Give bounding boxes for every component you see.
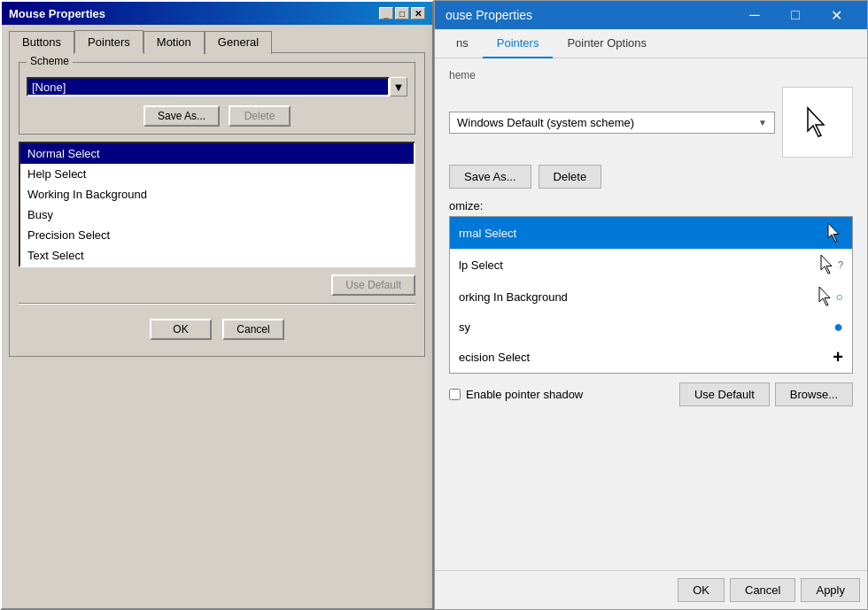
list-item[interactable]: Normal Select <box>20 143 414 164</box>
classic-pointer-list: Normal Select Help Select Working In Bac… <box>19 142 415 267</box>
scheme-delete-button[interactable]: Delete <box>229 105 291 127</box>
classic-dialog-content: Buttons Pointers Motion General Scheme [… <box>2 25 432 364</box>
enable-shadow-checkbox[interactable] <box>449 389 461 400</box>
separator <box>19 303 415 305</box>
list-item[interactable]: Working In Background <box>20 184 414 205</box>
modern-ok-button[interactable]: OK <box>678 578 725 602</box>
enable-shadow-row: Enable pointer shadow Use Default Browse… <box>449 382 853 406</box>
cursor-preview-image <box>804 106 831 138</box>
apply-button[interactable]: Apply <box>801 578 860 602</box>
modern-minimize-button[interactable]: ─ <box>734 1 775 29</box>
classic-tabs: Buttons Pointers Motion General <box>9 30 425 53</box>
modern-tab-panel: heme Windows Default (system scheme) ▼ S… <box>435 58 867 421</box>
cursor-preview <box>782 87 853 158</box>
modern-close-button[interactable]: ✕ <box>816 1 856 29</box>
modern-save-as-button[interactable]: Save As... <box>449 165 531 189</box>
modern-use-default-button[interactable]: Use Default <box>679 382 770 406</box>
working-cursor-wrapper: ○ <box>817 286 843 307</box>
cursor-icon-normal <box>825 222 843 243</box>
modern-mouse-properties-dialog: ouse Properties ─ □ ✕ ns Pointers Pointe… <box>434 0 868 610</box>
customize-label: omize: <box>449 199 853 212</box>
modern-list-item[interactable]: orking In Background ○ <box>450 281 852 313</box>
tab-pointers[interactable]: Pointers <box>74 30 143 53</box>
cursor-icon-working <box>817 286 834 307</box>
modern-title-bar-buttons: ─ □ ✕ <box>734 1 856 29</box>
help-cursor-wrapper: ? <box>818 254 843 275</box>
list-item[interactable]: Text Select <box>20 245 414 266</box>
list-item[interactable]: Busy <box>20 205 414 225</box>
tab-buttons[interactable]: Buttons <box>9 31 74 54</box>
modern-bottom-buttons: OK Cancel Apply <box>435 570 867 609</box>
classic-tab-panel: Scheme [None] ▼ Save As... Delete Normal… <box>9 52 425 357</box>
modern-scheme-group: heme Windows Default (system scheme) ▼ S… <box>449 69 853 189</box>
scheme-group: Scheme [None] ▼ Save As... Delete <box>19 62 415 135</box>
modern-list-item[interactable]: lp Select ? <box>450 249 852 281</box>
classic-mouse-properties-dialog: Mouse Properties _ □ ✕ Buttons Pointers … <box>0 0 434 610</box>
maximize-button[interactable]: □ <box>395 7 409 19</box>
modern-scheme-dropdown[interactable]: Windows Default (system scheme) ▼ <box>449 112 775 134</box>
modern-list-item[interactable]: sy ● <box>450 313 852 342</box>
tab-modern-ns[interactable]: ns <box>442 29 483 58</box>
modern-dialog-title: ouse Properties <box>446 8 532 22</box>
modern-title-bar: ouse Properties ─ □ ✕ <box>435 1 867 29</box>
list-item[interactable]: Help Select <box>20 164 414 184</box>
modern-list-item[interactable]: ecision Select + <box>450 342 852 373</box>
working-circle-icon: ○ <box>836 290 843 304</box>
modern-list-item[interactable]: rmal Select <box>450 217 852 249</box>
modern-delete-button[interactable]: Delete <box>539 165 602 189</box>
scheme-value: [None] <box>32 81 66 94</box>
tab-general[interactable]: General <box>205 31 272 54</box>
precision-cross-icon: + <box>833 347 843 367</box>
modern-maximize-button[interactable]: □ <box>775 1 816 29</box>
list-item[interactable]: Precision Select <box>20 225 414 245</box>
tab-modern-pointer-options[interactable]: Pointer Options <box>553 29 661 58</box>
question-mark-icon: ? <box>838 259 843 270</box>
modern-scheme-value: Windows Default (system scheme) <box>457 116 758 129</box>
scheme-dropdown-arrow[interactable]: ▼ <box>390 77 407 97</box>
modern-dropdown-arrow-icon: ▼ <box>758 118 767 127</box>
modern-cancel-button[interactable]: Cancel <box>730 578 795 602</box>
modern-scheme-label: heme <box>449 69 853 81</box>
modern-tabs: ns Pointers Pointer Options <box>435 29 867 58</box>
enable-shadow-label: Enable pointer shadow <box>466 388 583 401</box>
tab-motion[interactable]: Motion <box>143 31 205 54</box>
minimize-button[interactable]: _ <box>379 7 393 19</box>
close-button[interactable]: ✕ <box>411 7 425 19</box>
cursor-icon-help <box>818 254 836 275</box>
classic-title-bar: Mouse Properties _ □ ✕ <box>2 2 432 25</box>
cancel-button[interactable]: Cancel <box>222 319 284 340</box>
scheme-save-as-button[interactable]: Save As... <box>143 105 220 127</box>
modern-browse-button[interactable]: Browse... <box>775 382 853 406</box>
ok-button[interactable]: OK <box>150 319 212 340</box>
busy-circle-icon: ● <box>833 318 843 336</box>
classic-dialog-title: Mouse Properties <box>9 7 105 20</box>
tab-modern-pointers[interactable]: Pointers <box>483 29 554 58</box>
scheme-group-label: Scheme <box>27 55 73 67</box>
classic-title-bar-buttons: _ □ ✕ <box>379 7 425 19</box>
use-default-button[interactable]: Use Default <box>331 274 415 296</box>
modern-pointer-list: rmal Select lp Select ? orking In Backgr… <box>449 216 853 374</box>
